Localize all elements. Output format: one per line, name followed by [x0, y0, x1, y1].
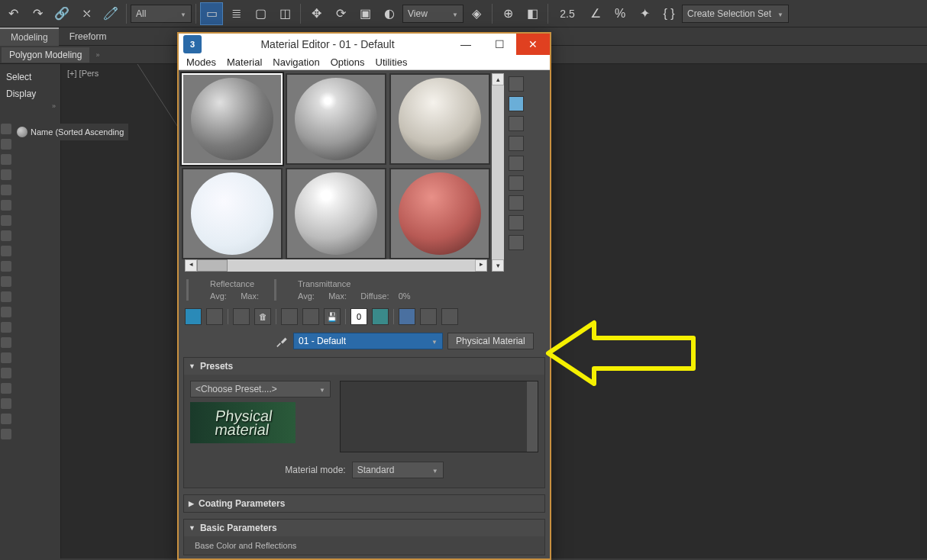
rect-region-button[interactable]: ▢	[249, 2, 272, 25]
backlight-icon[interactable]	[509, 96, 524, 111]
angle-snap-button[interactable]: ◧	[521, 2, 544, 25]
menu-navigation[interactable]: Navigation	[273, 56, 319, 68]
sample-slot-6[interactable]	[389, 168, 490, 259]
filter-icon-6[interactable]	[1, 398, 11, 409]
scroll-track[interactable]	[492, 85, 504, 259]
percent-snap-button[interactable]: %	[609, 2, 631, 25]
material-map-nav-icon[interactable]	[509, 235, 524, 250]
bind-button[interactable]: 🧷	[99, 2, 122, 25]
minimize-button[interactable]: —	[449, 34, 483, 55]
sample-slot-2[interactable]	[286, 73, 386, 165]
close-button[interactable]: ✕	[516, 34, 550, 55]
reset-map-icon[interactable]: 🗑	[254, 308, 271, 325]
preview-scrollbar[interactable]	[527, 381, 538, 452]
menu-display[interactable]: Display	[5, 85, 56, 102]
background-icon[interactable]	[509, 116, 524, 131]
display-shapes-icon[interactable]	[1, 154, 11, 165]
display-containers-icon[interactable]	[1, 276, 11, 287]
select-by-name-button[interactable]: ≣	[224, 2, 247, 25]
menu-options[interactable]: Options	[331, 56, 365, 68]
scroll-left-button[interactable]: ◂	[185, 259, 197, 272]
ref-coord-dropdown[interactable]: View	[402, 5, 464, 23]
scroll-thumb[interactable]	[197, 259, 228, 272]
material-type-button[interactable]: Physical Material	[447, 333, 534, 349]
display-geometry-icon[interactable]	[1, 139, 11, 150]
eyedropper-icon[interactable]	[275, 334, 289, 348]
presets-rollout-header[interactable]: ▼ Presets	[184, 358, 544, 375]
ribbon-group-polygon-modeling[interactable]: Polygon Modeling	[2, 47, 89, 63]
unlink-button[interactable]: ⤬	[75, 2, 98, 25]
put-to-library-icon[interactable]: 💾	[324, 308, 341, 325]
sample-slot-5[interactable]	[286, 168, 386, 259]
display-groups-icon[interactable]	[1, 230, 11, 241]
scroll-track[interactable]	[197, 259, 475, 272]
snap-2d-button[interactable]: 2.5	[552, 2, 583, 25]
display-lights-icon[interactable]	[1, 169, 11, 180]
filter-icon-4[interactable]	[1, 368, 11, 378]
show-end-result-icon[interactable]	[399, 308, 415, 325]
go-to-parent-icon[interactable]	[420, 308, 437, 325]
choose-preset-dropdown[interactable]: <Choose Preset....>	[190, 381, 331, 397]
rotate-button[interactable]: ⟳	[329, 2, 352, 25]
sample-uv-icon[interactable]	[509, 136, 524, 151]
display-all-icon[interactable]	[1, 124, 11, 134]
menu-modes[interactable]: Modes	[186, 56, 216, 68]
display-hidden-icon[interactable]	[1, 307, 11, 317]
sample-vscrollbar[interactable]: ▴ ▾	[492, 73, 504, 272]
get-material-icon[interactable]	[185, 308, 202, 325]
redo-button[interactable]: ↷	[26, 2, 49, 25]
filter-icon-8[interactable]	[1, 429, 11, 439]
placement-button[interactable]: ◐	[378, 2, 401, 25]
select-object-button[interactable]: ▭	[200, 2, 223, 25]
video-color-icon[interactable]	[509, 156, 524, 171]
menu-utilities[interactable]: Utilities	[376, 56, 408, 68]
window-crossing-button[interactable]: ◫	[273, 2, 296, 25]
spinner-snap-button[interactable]: ✦	[633, 2, 656, 25]
make-copy-icon[interactable]	[281, 308, 298, 325]
go-forward-icon[interactable]	[441, 308, 458, 325]
maximize-button[interactable]: ☐	[483, 34, 516, 55]
move-button[interactable]: ✥	[305, 2, 328, 25]
put-to-scene-icon[interactable]	[206, 308, 223, 325]
display-spacewarps-icon[interactable]	[1, 215, 11, 226]
material-editor-titlebar[interactable]: 3 Material Editor - 01 - Default — ☐ ✕	[179, 34, 550, 55]
filter-icon-3[interactable]	[1, 352, 11, 363]
show-map-viewport-icon[interactable]	[372, 308, 389, 325]
coating-rollout-header[interactable]: ▶ Coating Parameters	[184, 495, 544, 512]
left-panel-expand-icon[interactable]: »	[52, 102, 56, 110]
scroll-right-button[interactable]: ▸	[475, 259, 487, 272]
make-preview-icon[interactable]	[509, 175, 524, 191]
scroll-up-button[interactable]: ▴	[492, 73, 504, 85]
scene-column-header[interactable]: Name (Sorted Ascending	[12, 124, 128, 140]
ribbon-expand-icon[interactable]: »	[95, 51, 99, 59]
material-name-dropdown[interactable]: 01 - Default	[293, 333, 443, 349]
menu-select[interactable]: Select	[5, 69, 56, 85]
filter-icon-1[interactable]	[1, 322, 11, 333]
select-by-material-icon[interactable]	[509, 215, 524, 230]
scroll-down-button[interactable]: ▾	[492, 259, 504, 272]
tab-freeform[interactable]: Freeform	[59, 28, 118, 45]
display-cameras-icon[interactable]	[1, 185, 11, 195]
pivot-button[interactable]: ◈	[465, 2, 488, 25]
filter-icon-7[interactable]	[1, 414, 11, 424]
sample-slot-1[interactable]	[182, 73, 283, 165]
undo-button[interactable]: ↶	[2, 2, 24, 25]
selection-set-dropdown[interactable]: Create Selection Set	[682, 5, 789, 23]
selection-filter-dropdown[interactable]: All	[131, 5, 192, 23]
sample-slot-4[interactable]	[182, 168, 283, 259]
sample-type-icon[interactable]	[509, 76, 524, 92]
display-xref-icon[interactable]	[1, 246, 11, 256]
material-mode-dropdown[interactable]: Standard	[352, 462, 444, 478]
filter-icon-2[interactable]	[1, 337, 11, 348]
angle-snap-toggle-button[interactable]: ∠	[584, 2, 607, 25]
display-helpers-icon[interactable]	[1, 200, 11, 211]
options-icon[interactable]	[509, 195, 524, 211]
edit-selection-button[interactable]: { }	[657, 2, 680, 25]
material-id-icon[interactable]: 0	[350, 308, 367, 325]
sample-hscrollbar[interactable]: ◂ ▸	[185, 259, 487, 272]
filter-icon-5[interactable]	[1, 383, 11, 394]
basic-rollout-header[interactable]: ▼ Basic Parameters	[184, 520, 544, 536]
display-bone-icon[interactable]	[1, 261, 11, 272]
make-unique-icon[interactable]	[302, 308, 319, 325]
tab-modeling[interactable]: Modeling	[0, 27, 59, 46]
